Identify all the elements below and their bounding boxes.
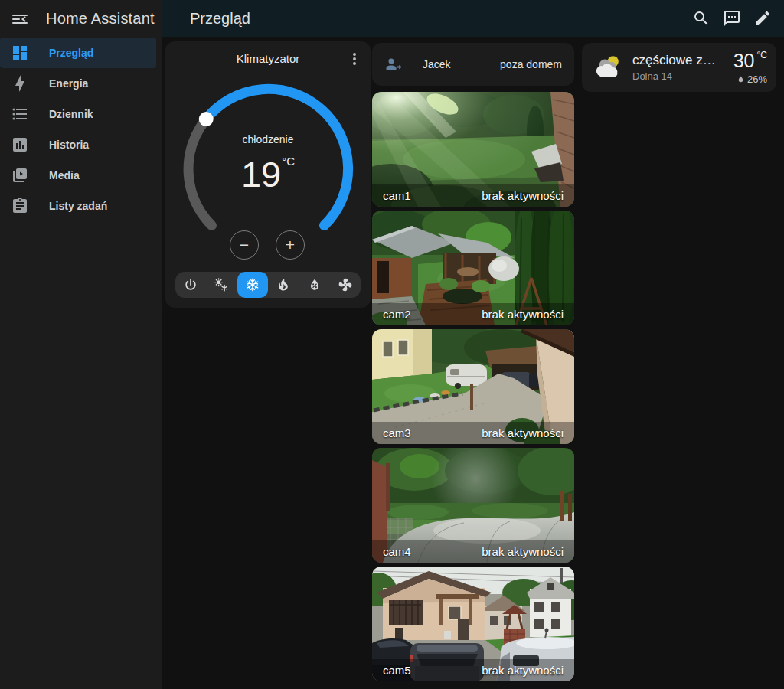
person-state: poza domem (500, 58, 562, 70)
sidebar-item-przeglad[interactable]: Przegląd (0, 38, 156, 68)
temperature-unit: °C (282, 155, 295, 168)
chart-box-icon (11, 136, 29, 154)
camera-footer: cam4 brak aktywności (372, 540, 574, 563)
sidebar-item-historia[interactable]: Historia (0, 129, 156, 160)
sidebar-item-dziennik[interactable]: Dziennik (0, 99, 156, 129)
camera-status: brak aktywności (482, 664, 564, 677)
camera-footer: cam3 brak aktywności (372, 422, 574, 444)
sidebar-item-listy-zadan[interactable]: Listy zadań (0, 191, 156, 221)
camera-footer: cam5 brak aktywności (372, 659, 574, 681)
sidebar: Home Assistant Przegląd Energia Dziennik… (0, 0, 162, 689)
camera-card-cam5[interactable]: cam5 brak aktywności (372, 567, 574, 681)
mode-dry-button[interactable] (299, 272, 330, 298)
sidebar-item-media[interactable]: Media (0, 160, 156, 191)
weather-temperature: 30°C (733, 50, 767, 72)
mode-power-button[interactable] (175, 272, 206, 298)
search-icon[interactable] (692, 9, 710, 28)
mode-cool-button[interactable] (237, 272, 268, 298)
camera-name: cam2 (383, 308, 411, 321)
hvac-mode-row (175, 272, 361, 298)
hvac-action-label: chłodzenie (165, 133, 371, 145)
edit-icon[interactable] (753, 9, 772, 28)
camera-name: cam1 (383, 189, 411, 202)
partly-cloudy-icon (591, 53, 625, 82)
person-card[interactable]: Jacek poza domem (372, 43, 574, 86)
app-title: Home Assistant (46, 10, 155, 28)
fire-icon (276, 277, 291, 292)
power-icon (183, 277, 198, 292)
weather-temperature-unit: °C (757, 50, 767, 60)
sidebar-item-label: Media (49, 169, 80, 181)
play-box-multiple-icon (11, 166, 29, 184)
weather-values: 30°C 26% (733, 50, 767, 85)
camera-name: cam5 (383, 664, 411, 677)
camera-card-cam1[interactable]: cam1 brak aktywności (372, 92, 574, 207)
temperature-slider-knob[interactable] (199, 112, 214, 126)
water-drop-icon (737, 74, 745, 84)
lightning-bolt-icon (11, 74, 29, 93)
camera-footer: cam1 brak aktywności (372, 184, 574, 207)
climate-card: Klimatyzator chłodzenie 19°C − + (165, 41, 371, 308)
snowflake-icon (245, 277, 260, 292)
camera-footer: cam2 brak aktywności (372, 303, 574, 325)
sidebar-item-energia[interactable]: Energia (0, 68, 156, 99)
temperature-increase-button[interactable]: + (276, 230, 305, 260)
sidebar-item-label: Dziennik (49, 108, 93, 120)
dashboard-view: Klimatyzator chłodzenie 19°C − + (162, 37, 784, 689)
weather-location: Dolna 14 (632, 70, 718, 82)
weather-condition: częściowe zachmurzenie (632, 53, 718, 68)
camera-card-cam2[interactable]: cam2 brak aktywności (372, 211, 574, 325)
sidebar-item-label: Historia (49, 139, 89, 151)
page-title: Przegląd (190, 10, 250, 28)
camera-status: brak aktywności (482, 426, 564, 439)
list-bulleted-icon (11, 105, 29, 123)
camera-status: brak aktywności (482, 189, 564, 202)
sidebar-item-label: Przegląd (49, 47, 93, 59)
weather-temperature-value: 30 (733, 50, 755, 71)
dots-vertical-icon[interactable] (345, 50, 364, 68)
camera-card-cam4[interactable]: cam4 brak aktywności (372, 448, 574, 563)
mode-heat-cool-button[interactable] (206, 272, 237, 298)
temperature-decrease-button[interactable]: − (230, 230, 259, 260)
sun-snowflake-icon (214, 277, 229, 292)
weather-card[interactable]: częściowe zachmurzenie Dolna 14 30°C 26% (582, 43, 776, 92)
weather-info: częściowe zachmurzenie Dolna 14 (632, 53, 718, 82)
water-percent-icon (307, 277, 322, 292)
temperature-value: 19 (241, 154, 281, 194)
camera-status: brak aktywności (482, 545, 564, 558)
app-header: Przegląd (162, 0, 784, 37)
home-assistant-app: Home Assistant Przegląd Energia Dziennik… (0, 0, 784, 689)
view-dashboard-icon (11, 44, 29, 62)
header-actions (692, 9, 772, 28)
weather-humidity: 26% (733, 73, 767, 85)
mode-fan-button[interactable] (330, 272, 361, 298)
climate-card-title: Klimatyzator (165, 52, 371, 65)
sidebar-toggle-icon[interactable] (11, 10, 29, 28)
camera-name: cam4 (383, 545, 411, 558)
fan-icon (338, 277, 353, 292)
mode-heat-button[interactable] (268, 272, 299, 298)
camera-status: brak aktywności (482, 308, 564, 321)
person-name: Jacek (423, 58, 451, 70)
sidebar-item-label: Energia (49, 77, 88, 90)
sidebar-item-label: Listy zadań (49, 200, 107, 212)
clipboard-list-icon (11, 197, 29, 215)
person-away-icon (384, 55, 403, 73)
camera-name: cam3 (383, 426, 411, 439)
sidebar-header: Home Assistant (0, 0, 162, 38)
assist-chat-icon[interactable] (723, 9, 741, 28)
weather-humidity-value: 26% (747, 73, 767, 85)
target-temperature: 19°C (165, 153, 371, 195)
camera-card-cam3[interactable]: cam3 brak aktywności (372, 329, 574, 444)
